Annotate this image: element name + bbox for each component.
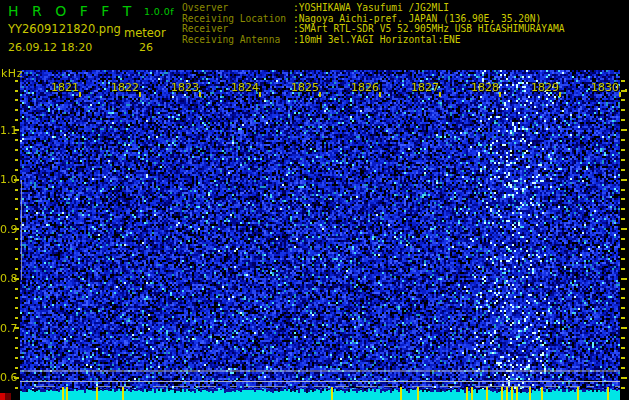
y-major-tick-right [621,377,627,379]
y-minor-tick-left [15,258,18,260]
x-axis-label: 1828 [469,81,499,94]
y-minor-tick-left [15,297,18,299]
y-minor-tick-right [621,208,625,210]
y-minor-tick-left [15,198,18,200]
y-minor-tick-left [15,109,18,111]
y-axis-label: 0.6 [0,371,14,384]
y-minor-tick-right [621,169,625,171]
hrofft-window: H R O F F T 1.0.0f YY2609121820.png mete… [0,0,629,400]
station-info: Ovserver:YOSHIKAWA Yasufumi /JG2MLI Rece… [182,3,564,45]
x-axis-label: 1822 [109,81,139,94]
y-minor-tick-right [621,159,625,161]
x-axis-label: 1824 [229,81,259,94]
y-major-tick-right [621,228,627,230]
status-red-block [0,393,11,400]
y-minor-tick-right [621,297,625,299]
app-title: H R O F F T [8,3,136,19]
x-axis-label: 1830 [589,81,619,94]
y-minor-tick-right [621,119,625,121]
x-axis-label: 1827 [409,81,439,94]
spectrogram-canvas [20,70,620,400]
y-minor-tick-left [15,159,18,161]
y-minor-tick-left [15,307,18,309]
x-minute-tick [439,92,441,97]
meteor-count: 26 [139,41,153,54]
x-minute-tick [379,92,381,97]
y-axis-label: 0.7 [0,322,14,335]
y-minor-tick-right [621,307,625,309]
y-minor-tick-right [621,139,625,141]
y-minor-tick-right [621,238,625,240]
y-minor-tick-right [621,387,625,389]
y-major-tick-left [14,129,19,131]
info-value: :SMArt RTL-SDR V5 52.905MHz USB HIGASHIM… [293,23,564,34]
app-version: 1.0.0f [144,6,174,17]
y-minor-tick-left [15,357,18,359]
info-value: :YOSHIKAWA Yasufumi /JG2MLI [293,2,449,13]
y-minor-tick-right [621,347,625,349]
y-major-tick-right [621,327,627,329]
x-minute-tick [79,92,81,97]
y-minor-tick-left [15,218,18,220]
y-major-tick-right [621,129,627,131]
y-minor-tick-right [621,189,625,191]
output-filename: YY2609121820.png [8,22,121,36]
y-minor-tick-right [621,258,625,260]
y-minor-tick-right [621,99,625,101]
x-axis-label: 1825 [289,81,319,94]
x-minute-tick [199,92,201,97]
y-minor-tick-left [15,149,18,151]
y-axis-unit-label: kHz [1,67,23,80]
y-minor-tick-left [15,347,18,349]
y-major-tick-left [14,179,19,181]
y-major-tick-left [14,278,19,280]
y-minor-tick-right [621,357,625,359]
y-major-tick-left [14,327,19,329]
y-major-tick-right [621,278,627,280]
y-minor-tick-right [621,268,625,270]
y-minor-tick-left [15,208,18,210]
y-minor-tick-right [621,248,625,250]
y-major-tick-left [14,377,19,379]
x-minute-tick [499,92,501,97]
y-minor-tick-right [621,367,625,369]
y-axis-label: 1.0 [0,173,14,186]
x-minute-tick [139,92,141,97]
info-label: Receiving Antenna [182,35,293,46]
y-minor-tick-left [15,248,18,250]
y-minor-tick-left [15,189,18,191]
x-axis-label: 1823 [169,81,199,94]
mode-label: meteor [124,26,166,40]
y-axis-label: 0.9 [0,223,14,236]
y-minor-tick-left [15,119,18,121]
y-axis-label: 1.1 [0,124,14,137]
x-minute-tick [319,92,321,97]
y-minor-tick-right [621,317,625,319]
x-axis-end-dot [625,89,627,92]
y-minor-tick-right [621,80,625,82]
y-minor-tick-right [621,198,625,200]
y-minor-tick-left [15,80,18,82]
y-minor-tick-left [15,139,18,141]
y-major-tick-left [14,228,19,230]
y-minor-tick-left [15,367,18,369]
y-minor-tick-right [621,218,625,220]
y-minor-tick-left [15,387,18,389]
observation-datetime: 26.09.12 18:20 [8,41,92,54]
x-minute-tick [619,92,621,97]
y-axis-label: 0.8 [0,272,14,285]
info-label: Ovserver [182,3,293,14]
x-axis-label: 1826 [349,81,379,94]
y-minor-tick-left [15,317,18,319]
x-minute-tick [259,92,261,97]
x-axis-label: 1821 [49,81,79,94]
y-minor-tick-left [15,99,18,101]
y-minor-tick-left [15,288,18,290]
y-minor-tick-right [621,337,625,339]
y-minor-tick-right [621,109,625,111]
y-minor-tick-left [15,238,18,240]
y-minor-tick-right [621,149,625,151]
info-row-antenna: Receiving Antenna:10mH 3el.YAGI Horizont… [182,35,564,46]
y-minor-tick-left [15,337,18,339]
y-minor-tick-left [15,90,18,92]
